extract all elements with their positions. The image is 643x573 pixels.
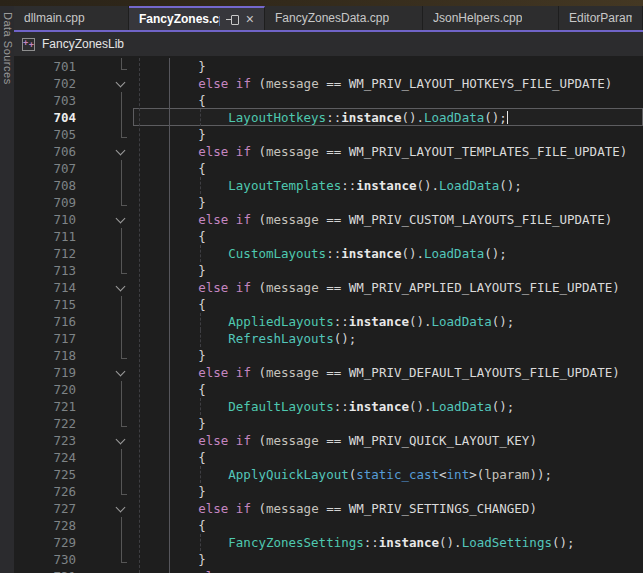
fold-collapse-icon[interactable] xyxy=(116,282,126,292)
fold-region-line xyxy=(121,296,122,313)
tab-fancyzonesdata-cpp[interactable]: FancyZonesData.cpp xyxy=(265,6,423,30)
line-number: 716 xyxy=(14,313,76,330)
code-text[interactable]: } xyxy=(138,347,206,364)
tab-editorparamete[interactable]: EditorParamete xyxy=(559,6,643,30)
code-text[interactable]: CustomLayouts::instance().LoadData(); xyxy=(138,245,507,262)
code-row: 704 LayoutHotkeys::instance().LoadData()… xyxy=(14,109,643,126)
code-row: 706 else if (message == WM_PRIV_LAYOUT_T… xyxy=(14,143,643,160)
line-number: 709 xyxy=(14,194,76,211)
fold-collapse-icon[interactable] xyxy=(116,214,126,224)
code-text[interactable]: } xyxy=(138,194,206,211)
line-number: 714 xyxy=(14,279,76,296)
fold-collapse-icon[interactable] xyxy=(116,367,126,377)
code-row: 716 AppliedLayouts::instance().LoadData(… xyxy=(14,313,643,330)
tab-fancyzones-cpp[interactable]: FancyZones.cpp× xyxy=(129,6,265,30)
line-number: 727 xyxy=(14,500,76,517)
fold-collapse-icon[interactable] xyxy=(116,146,126,156)
tab-dllmain-cpp[interactable]: dllmain.cpp xyxy=(14,6,129,30)
line-number: 731 xyxy=(14,568,76,573)
line-number: 715 xyxy=(14,296,76,313)
line-number: 730 xyxy=(14,551,76,568)
line-number: 707 xyxy=(14,160,76,177)
code-text[interactable]: ApplyQuickLayout(static_cast<int>(lparam… xyxy=(138,466,552,483)
code-text[interactable]: else if (message == WM_PRIV_QUICK_LAYOUT… xyxy=(138,432,537,449)
code-text[interactable]: else if (message == WM_PRIV_DEFAULT_LAYO… xyxy=(138,364,620,381)
line-number: 711 xyxy=(14,228,76,245)
fold-collapse-icon[interactable] xyxy=(116,503,126,513)
code-row: 731 else xyxy=(14,568,643,573)
fold-collapse-icon[interactable] xyxy=(116,78,126,88)
code-text[interactable]: } xyxy=(138,551,206,568)
code-text[interactable]: else xyxy=(138,568,228,573)
fold-collapse-icon[interactable] xyxy=(116,435,126,445)
cpp-project-icon: ++ xyxy=(22,38,35,51)
code-text[interactable]: { xyxy=(138,449,206,466)
code-row: 717 RefreshLayouts(); xyxy=(14,330,643,347)
line-number: 705 xyxy=(14,126,76,143)
code-row: 724 { xyxy=(14,449,643,466)
code-row: 718 } xyxy=(14,347,643,364)
code-text[interactable]: else if (message == WM_PRIV_LAYOUT_TEMPL… xyxy=(138,143,627,160)
line-number: 710 xyxy=(14,211,76,228)
line-number: 729 xyxy=(14,534,76,551)
code-text[interactable]: LayoutHotkeys::instance().LoadData(); xyxy=(138,109,508,126)
code-text[interactable]: else if (message == WM_PRIV_LAYOUT_HOTKE… xyxy=(138,75,612,92)
code-text[interactable]: { xyxy=(138,228,206,245)
code-row: 702 else if (message == WM_PRIV_LAYOUT_H… xyxy=(14,75,643,92)
code-text[interactable]: FancyZonesSettings::instance().LoadSetti… xyxy=(138,534,575,551)
code-text[interactable]: else if (message == WM_PRIV_CUSTOM_LAYOU… xyxy=(138,211,612,228)
code-text[interactable]: else if (message == WM_PRIV_SETTINGS_CHA… xyxy=(138,500,537,517)
line-number: 701 xyxy=(14,58,76,75)
pin-icon[interactable] xyxy=(226,13,240,25)
fold-region-line xyxy=(121,398,122,415)
code-row: 713 } xyxy=(14,262,643,279)
line-number: 702 xyxy=(14,75,76,92)
code-text[interactable]: } xyxy=(138,126,206,143)
fold-region-line xyxy=(121,517,122,534)
code-text[interactable]: } xyxy=(138,262,206,279)
code-row: 708 LayoutTemplates::instance().LoadData… xyxy=(14,177,643,194)
vs-editor-window: Data Sources dllmain.cppFancyZones.cpp×F… xyxy=(0,0,643,573)
fold-region-line xyxy=(121,92,122,109)
line-number: 723 xyxy=(14,432,76,449)
data-sources-tool-tab[interactable]: Data Sources xyxy=(0,6,14,573)
fold-region-line xyxy=(121,313,122,330)
code-text[interactable]: { xyxy=(138,296,206,313)
code-text[interactable]: DefaultLayouts::instance().LoadData(); xyxy=(138,398,514,415)
code-text[interactable]: { xyxy=(138,381,206,398)
line-number: 725 xyxy=(14,466,76,483)
code-row: 714 else if (message == WM_PRIV_APPLIED_… xyxy=(14,279,643,296)
code-row: 709 } xyxy=(14,194,643,211)
navigation-bar[interactable]: ++ FancyZonesLib xyxy=(14,32,643,56)
code-text[interactable]: LayoutTemplates::instance().LoadData(); xyxy=(138,177,522,194)
tab-label: JsonHelpers.cpp xyxy=(433,11,522,25)
code-text[interactable]: { xyxy=(138,160,206,177)
fold-region-line xyxy=(121,160,122,177)
line-number: 712 xyxy=(14,245,76,262)
fold-region-line xyxy=(121,466,122,483)
project-name[interactable]: FancyZonesLib xyxy=(42,37,124,51)
code-text[interactable]: { xyxy=(138,517,206,534)
code-text[interactable]: else if (message == WM_PRIV_APPLIED_LAYO… xyxy=(138,279,620,296)
fold-region-line xyxy=(121,449,122,466)
code-text[interactable]: AppliedLayouts::instance().LoadData(); xyxy=(138,313,514,330)
code-row: 707 { xyxy=(14,160,643,177)
code-row: 726 } xyxy=(14,483,643,500)
code-text[interactable]: } xyxy=(138,58,206,75)
fold-region-line xyxy=(121,228,122,245)
code-editor[interactable]: 701 }702 else if (message == WM_PRIV_LAY… xyxy=(14,56,643,573)
line-number: 721 xyxy=(14,398,76,415)
line-number: 708 xyxy=(14,177,76,194)
code-text[interactable]: } xyxy=(138,415,206,432)
code-row: 711 { xyxy=(14,228,643,245)
code-text[interactable]: { xyxy=(138,92,206,109)
tab-jsonhelpers-cpp[interactable]: JsonHelpers.cpp xyxy=(423,6,559,30)
code-text[interactable]: } xyxy=(138,483,206,500)
code-row: 721 DefaultLayouts::instance().LoadData(… xyxy=(14,398,643,415)
data-sources-label: Data Sources xyxy=(0,12,14,85)
line-number: 720 xyxy=(14,381,76,398)
code-row: 722 } xyxy=(14,415,643,432)
close-icon[interactable]: × xyxy=(246,13,254,25)
fold-region-line xyxy=(121,245,122,262)
code-text[interactable]: RefreshLayouts(); xyxy=(138,330,356,347)
